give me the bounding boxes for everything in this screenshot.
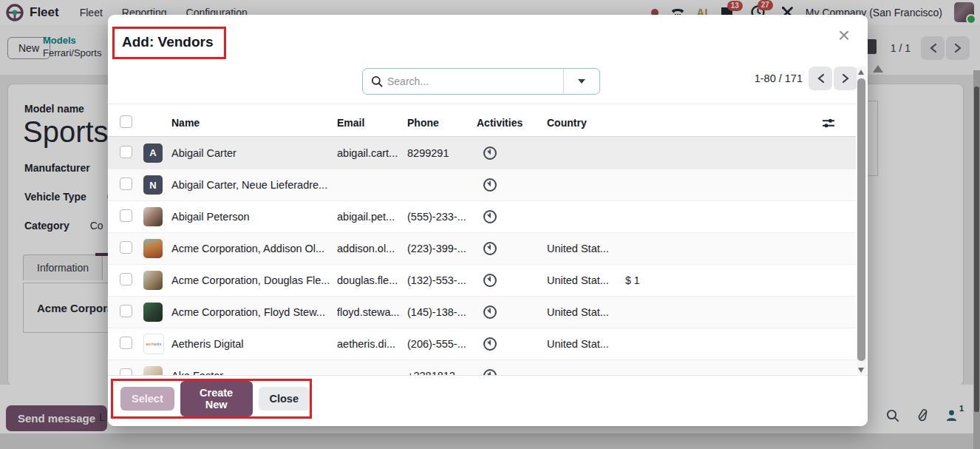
row-checkbox[interactable] — [120, 305, 132, 317]
row-checkbox[interactable] — [120, 337, 132, 349]
activity-clock-icon[interactable] — [483, 241, 497, 256]
row-checkbox[interactable] — [120, 178, 132, 190]
vendor-name: Abigail Peterson — [171, 211, 337, 223]
annotation-box-title: Add: Vendors — [112, 27, 226, 59]
list-prev-button[interactable] — [809, 67, 832, 90]
activity-clock-icon[interactable] — [483, 146, 497, 161]
table-row[interactable]: A Abigail Carter abigail.cart... 8299291 — [108, 137, 856, 169]
annotation-box-buttons: Select Create New Close — [111, 379, 312, 419]
chevron-down-icon — [578, 79, 585, 84]
activity-clock-icon[interactable] — [483, 209, 497, 224]
vendor-name: Acme Corporation, Douglas Fle... — [171, 274, 337, 286]
vendor-phone: (132)-553-... — [407, 274, 477, 286]
vendor-email: aetheris.di... — [337, 338, 407, 350]
vendor-email: abigail.pet... — [337, 211, 407, 223]
scrollbar-down-arrow[interactable] — [858, 368, 864, 373]
vendor-phone: (206)-555-... — [407, 338, 477, 350]
vendor-email: addison.ol... — [337, 243, 407, 254]
activity-clock-icon[interactable] — [483, 178, 497, 192]
dialog-close-icon[interactable]: × — [834, 25, 854, 46]
row-checkbox[interactable] — [120, 241, 132, 254]
vendor-avatar — [143, 207, 163, 226]
table-row[interactable]: aetheris Aetheris Digital aetheris.di...… — [108, 328, 856, 359]
table-row[interactable]: Abigail Peterson abigail.pet... (555)-23… — [108, 200, 856, 232]
table-row[interactable]: Acme Corporation, Floyd Stew... floyd.st… — [108, 296, 856, 328]
vendor-country: United Stat... — [547, 338, 625, 350]
vendor-name: Aetheris Digital — [171, 338, 337, 350]
column-email[interactable]: Email — [337, 117, 407, 129]
search-box — [362, 68, 600, 95]
activity-clock-icon[interactable] — [483, 337, 497, 351]
optional-columns-icon[interactable] — [822, 118, 835, 129]
vendor-avatar — [143, 303, 163, 322]
vendor-name: Abigail Carter, Neue Lieferadre... — [171, 179, 337, 191]
vendor-phone: (555)-233-... — [407, 211, 477, 223]
vendor-avatar — [143, 271, 163, 290]
vendor-name: Acme Corporation, Addison Ol... — [171, 243, 337, 254]
dialog-footer: Select Create New Close — [108, 375, 868, 426]
create-new-button[interactable]: Create New — [180, 381, 253, 416]
dialog-title: Add: Vendors — [122, 34, 214, 50]
activity-clock-icon[interactable] — [483, 273, 497, 288]
vendor-avatar — [143, 239, 163, 258]
vendor-phone: 8299291 — [407, 147, 477, 159]
row-checkbox[interactable] — [120, 273, 132, 286]
vendor-email: abigail.cart... — [337, 147, 407, 159]
vendor-rows: A Abigail Carter abigail.cart... 8299291… — [108, 137, 856, 376]
column-activities[interactable]: Activities — [477, 117, 547, 129]
vendor-extra: $ 1 — [625, 274, 856, 286]
vendor-phone: (145)-138-... — [407, 306, 477, 318]
scrollbar-thumb[interactable] — [857, 78, 865, 361]
list-next-button[interactable] — [834, 67, 857, 90]
column-name[interactable]: Name — [171, 117, 337, 129]
scrollbar-up-arrow[interactable] — [858, 70, 864, 75]
vendor-email: floyd.stewa... — [337, 306, 407, 318]
vendor-email: douglas.fle... — [337, 274, 407, 286]
row-checkbox[interactable] — [120, 146, 132, 158]
list-pager-text: 1-80 / 171 — [755, 72, 803, 84]
vendor-country: United Stat... — [547, 274, 625, 286]
vendor-avatar: A — [143, 144, 163, 163]
vendor-phone: (223)-399-... — [407, 243, 477, 254]
vendor-country: United Stat... — [547, 243, 625, 254]
vendor-name: Abigail Carter — [171, 147, 337, 159]
table-row[interactable]: Aka Foster +2281812 — [108, 359, 856, 376]
select-button[interactable]: Select — [120, 387, 174, 411]
vendor-country: United Stat... — [547, 306, 625, 318]
activity-clock-icon[interactable] — [483, 305, 497, 320]
column-country[interactable]: Country — [547, 117, 625, 129]
add-vendors-dialog: Add: Vendors × 1-80 / 171 — [108, 15, 868, 426]
vendor-name: Acme Corporation, Floyd Stew... — [171, 306, 337, 318]
table-row[interactable]: Acme Corporation, Douglas Fle... douglas… — [108, 264, 856, 296]
search-filters-toggle[interactable] — [563, 69, 599, 94]
vendor-avatar: aetheris — [143, 334, 164, 354]
search-icon — [371, 75, 383, 87]
select-all-checkbox[interactable] — [120, 115, 132, 128]
column-phone[interactable]: Phone — [407, 117, 477, 129]
table-row[interactable]: Acme Corporation, Addison Ol... addison.… — [108, 232, 856, 264]
close-button[interactable]: Close — [259, 387, 310, 411]
table-row[interactable]: N Abigail Carter, Neue Lieferadre... — [108, 169, 856, 200]
row-checkbox[interactable] — [120, 209, 132, 222]
table-header: Name Email Phone Activities Country — [108, 109, 856, 137]
list-scrollbar[interactable] — [857, 67, 866, 376]
search-input[interactable] — [383, 75, 563, 87]
vendor-avatar: N — [143, 175, 163, 195]
